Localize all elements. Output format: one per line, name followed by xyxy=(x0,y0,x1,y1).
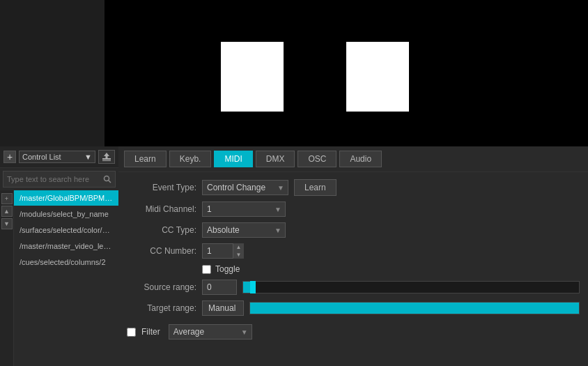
tab-dmx[interactable]: DMX xyxy=(256,151,295,167)
cc-number-down-button[interactable]: ▼ xyxy=(233,251,244,259)
filter-checkbox[interactable] xyxy=(127,328,136,337)
learn-button[interactable]: Learn xyxy=(294,179,336,196)
upload-icon xyxy=(102,152,111,162)
nav-down-button[interactable]: ▼ xyxy=(1,218,13,229)
list-item[interactable]: /cues/selected/columns/2 xyxy=(14,254,118,270)
source-range-handle[interactable] xyxy=(250,281,256,293)
source-range-row: Source range: xyxy=(127,280,580,295)
control-list-header: + Control List ▼ xyxy=(0,146,118,168)
search-bar xyxy=(3,171,116,188)
filter-select-wrapper: Average None Low Pass ▼ xyxy=(169,324,252,340)
target-range-fill xyxy=(250,303,579,314)
form-area: Event Type: Control Change Note On Note … xyxy=(118,172,588,366)
toggle-row: Toggle xyxy=(202,264,580,274)
checker-cell-4 xyxy=(409,42,472,112)
target-range-manual: Manual xyxy=(202,300,244,316)
toggle-label: Toggle xyxy=(215,264,240,274)
svg-marker-2 xyxy=(104,153,109,158)
list-item[interactable]: /modules/select_by_name xyxy=(14,206,118,222)
midi-channel-label: Midi Channel: xyxy=(127,204,196,214)
checker-cell-2 xyxy=(284,42,346,112)
toggle-checkbox[interactable] xyxy=(202,265,211,274)
tab-osc[interactable]: OSC xyxy=(297,151,336,167)
cc-number-label: CC Number: xyxy=(127,246,196,256)
cc-number-input-wrap: ▲ ▼ xyxy=(202,243,244,259)
event-type-row: Event Type: Control Change Note On Note … xyxy=(127,179,580,196)
tab-keyb[interactable]: Keyb. xyxy=(169,151,212,167)
upload-button[interactable] xyxy=(98,150,115,164)
video-preview xyxy=(105,0,588,146)
nav-side: + ▲ ▼ xyxy=(0,190,14,366)
cc-type-row: CC Type: Absolute Relative ▼ xyxy=(127,222,580,238)
control-items-list: /master/GlobalBPM/BPM Source /modules/se… xyxy=(14,190,118,366)
cc-type-select-wrapper: Absolute Relative ▼ xyxy=(202,222,286,238)
source-range-slider[interactable] xyxy=(242,281,580,293)
source-range-input[interactable] xyxy=(202,280,237,295)
cc-number-row: CC Number: ▲ ▼ xyxy=(127,243,580,259)
source-range-label: Source range: xyxy=(127,282,196,292)
cc-type-select[interactable]: Absolute Relative xyxy=(202,222,286,238)
control-list-dropdown[interactable]: Control List ▼ xyxy=(19,151,95,163)
cc-number-spinners: ▲ ▼ xyxy=(233,243,244,259)
list-item[interactable]: /master/GlobalBPM/BPM Source xyxy=(14,190,118,206)
event-type-label: Event Type: xyxy=(127,183,196,192)
checker-cell-3 xyxy=(346,42,409,112)
search-input[interactable] xyxy=(3,173,100,185)
source-range-fill xyxy=(243,282,250,293)
nav-up-button[interactable]: ▲ xyxy=(1,206,13,217)
target-range-label: Target range: xyxy=(127,303,196,313)
filter-label: Filter xyxy=(141,327,160,337)
filter-select[interactable]: Average None Low Pass xyxy=(169,324,252,340)
cc-number-up-button[interactable]: ▲ xyxy=(233,243,244,251)
midi-channel-select-wrapper: 1 2 3 4 All ▼ xyxy=(202,201,286,217)
midi-channel-select[interactable]: 1 2 3 4 All xyxy=(202,201,286,217)
add-control-button[interactable]: + xyxy=(3,151,16,163)
tab-audio[interactable]: Audio xyxy=(339,151,382,167)
tab-row: Learn Keyb. MIDI DMX OSC Audio xyxy=(118,146,588,172)
filter-row: Filter Average None Low Pass ▼ xyxy=(127,324,580,340)
search-icon[interactable] xyxy=(100,171,115,187)
target-range-row: Target range: Manual xyxy=(127,300,580,316)
cc-type-label: CC Type: xyxy=(127,225,196,235)
midi-channel-row: Midi Channel: 1 2 3 4 All ▼ xyxy=(127,201,580,217)
checker-cell-1 xyxy=(221,42,284,112)
event-type-select[interactable]: Control Change Note On Note Off Program … xyxy=(202,180,288,195)
svg-rect-0 xyxy=(102,158,111,160)
dropdown-arrow-icon: ▼ xyxy=(84,153,92,161)
top-area xyxy=(0,0,588,146)
svg-point-3 xyxy=(105,176,109,181)
control-list-label: Control List xyxy=(22,153,61,161)
right-panel: Learn Keyb. MIDI DMX OSC Audio Event Typ… xyxy=(118,146,588,366)
event-type-select-wrapper: Control Change Note On Note Off Program … xyxy=(202,180,288,195)
left-sidebar-top xyxy=(0,0,105,146)
svg-line-4 xyxy=(109,181,111,183)
tab-learn[interactable]: Learn xyxy=(124,151,167,167)
svg-rect-1 xyxy=(102,160,111,161)
bottom-area: + Control List ▼ xyxy=(0,146,588,366)
target-range-slider[interactable] xyxy=(249,302,580,314)
list-item[interactable]: /surfaces/selected/color/green xyxy=(14,222,118,238)
tab-midi[interactable]: MIDI xyxy=(214,151,252,167)
nav-add-button[interactable]: + xyxy=(1,193,13,204)
list-item[interactable]: /master/master_video_level xyxy=(14,238,118,254)
